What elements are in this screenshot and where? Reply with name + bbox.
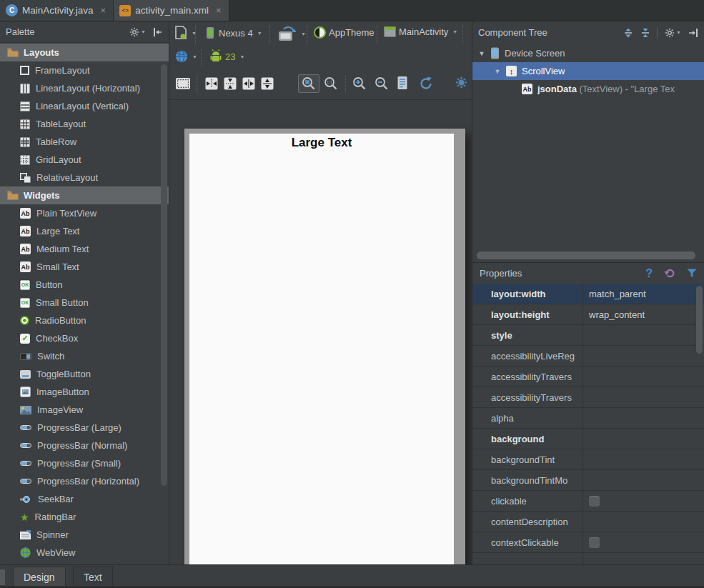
expand-arrow-icon[interactable]: ▼ (494, 68, 501, 75)
palette-item-gridlayout[interactable]: GridLayout (0, 151, 169, 169)
property-value[interactable] (583, 367, 704, 387)
dock-left-icon[interactable] (153, 27, 163, 37)
device-selector[interactable]: Nexus 4 ▼ (204, 26, 262, 39)
property-value[interactable] (583, 532, 704, 552)
close-tab-icon[interactable]: × (101, 5, 106, 16)
editor-tab-MainActivity-java[interactable]: CMainActivity.java× (0, 0, 114, 21)
zoom-actual-size-button[interactable]: 1:1 (324, 76, 338, 91)
palette-item-ratingbar[interactable]: ★RatingBar (0, 508, 169, 526)
tree-node-scrollview[interactable]: ▼↕ScrollView (472, 62, 704, 80)
property-row-empty[interactable] (472, 553, 704, 564)
palette-item-spinner[interactable]: Spinner (0, 526, 169, 544)
palette-item-checkbox[interactable]: ✓CheckBox (0, 329, 169, 347)
palette-item-small-text[interactable]: AbSmall Text (0, 258, 169, 276)
textview-large-text[interactable]: Large Text (189, 136, 454, 150)
property-value[interactable] (583, 346, 704, 366)
property-row-backgroundTintMo[interactable]: backgroundTintMo (472, 470, 704, 491)
palette-item-radiobutton[interactable]: RadioButton (0, 312, 169, 329)
show-device-frame-button[interactable] (175, 77, 191, 90)
palette-item-plain-textview[interactable]: AbPlain TextView (0, 204, 169, 222)
expand-arrow-icon[interactable]: ▼ (478, 50, 485, 57)
property-row-clickable[interactable]: clickable (472, 491, 704, 512)
property-row-accessibilityTravers[interactable]: accessibilityTravers (472, 367, 704, 387)
device-screen[interactable]: Large Text (189, 134, 454, 564)
palette-item-progressbar-large-[interactable]: ProgressBar (Large) (0, 419, 169, 437)
zoom-in-button[interactable] (352, 76, 367, 91)
palette-section-layouts[interactable]: Layouts (0, 44, 169, 61)
component-tree-hscrollbar[interactable] (477, 251, 695, 259)
expand-all-icon[interactable] (623, 28, 633, 38)
palette-item-progressbar-small-[interactable]: ProgressBar (Small) (0, 454, 169, 472)
palette-item-tablelayout[interactable]: TableLayout (0, 115, 169, 133)
property-row-contextClickable[interactable]: contextClickable (472, 532, 704, 553)
property-value[interactable] (583, 325, 704, 345)
property-value[interactable] (583, 553, 704, 564)
palette-item-imageview[interactable]: ImageView (0, 401, 169, 419)
palette-item-webview[interactable]: WebView (0, 544, 169, 562)
editor-tab-activity_main-xml[interactable]: <>activity_main.xml× (114, 0, 229, 21)
orientation-button[interactable]: ▼ (278, 26, 306, 41)
property-value[interactable]: match_parent (583, 284, 704, 304)
properties-scrollbar[interactable] (696, 286, 703, 354)
refresh-icon[interactable] (418, 76, 434, 91)
property-row-alpha[interactable]: alpha (472, 408, 704, 429)
locale-selector[interactable]: ▼ (175, 50, 197, 63)
property-value[interactable] (583, 449, 704, 469)
palette-item-linearlayout-vertical-[interactable]: LinearLayout (Vertical) (0, 97, 169, 115)
property-value[interactable] (583, 470, 704, 490)
property-row-layout-width[interactable]: layout:widthmatch_parent (472, 284, 704, 304)
tree-node-jsondata[interactable]: AbjsonData (TextView) - "Large Tex (472, 80, 704, 98)
activity-selector[interactable]: MainActivity ▼ (384, 26, 457, 37)
property-value[interactable] (583, 512, 704, 532)
palette-item-imagebutton[interactable]: ImageButton (0, 383, 169, 401)
palette-item-togglebutton[interactable]: ToggleButton (0, 365, 169, 383)
property-row-layout-height[interactable]: layout:heightwrap_content (472, 304, 704, 325)
checkbox[interactable] (589, 537, 600, 548)
tree-gear-icon[interactable]: ▼ (665, 28, 681, 38)
palette-item-button[interactable]: OKButton (0, 276, 169, 294)
property-row-background[interactable]: background (472, 429, 704, 449)
property-row-accessibilityTravers[interactable]: accessibilityTravers (472, 387, 704, 408)
palette-item-large-text[interactable]: AbLarge Text (0, 222, 169, 240)
palette-item-small-button[interactable]: OKSmall Button (0, 294, 169, 312)
tree-node-device-screen[interactable]: ▼Device Screen (472, 44, 704, 62)
property-value[interactable] (583, 408, 704, 428)
new-layout-button[interactable]: ▼ (175, 26, 197, 40)
palette-item-progressbar-normal-[interactable]: ProgressBar (Normal) (0, 437, 169, 454)
palette-item-seekbar[interactable]: SeekBar (0, 490, 169, 508)
bottom-tab-text[interactable]: Text (73, 567, 113, 587)
property-row-style[interactable]: style (472, 325, 704, 346)
palette-item-framelayout[interactable]: FrameLayout (0, 61, 169, 79)
collapse-all-icon[interactable] (640, 28, 650, 38)
property-value[interactable] (583, 387, 704, 407)
property-value[interactable] (583, 429, 704, 449)
property-row-backgroundTint[interactable]: backgroundTint (472, 449, 704, 470)
palette-item-progressbar-horizontal-[interactable]: ProgressBar (Horizontal) (0, 472, 169, 490)
design-canvas[interactable]: Large Text (169, 101, 472, 564)
pack-horizontal-button[interactable] (205, 77, 218, 90)
checkbox[interactable] (589, 496, 600, 507)
bottom-tab-design[interactable]: Design (13, 567, 66, 587)
api-version-selector[interactable]: 23 ▼ (209, 49, 244, 64)
expand-horizontal-button[interactable] (242, 77, 255, 90)
filter-icon[interactable] (687, 269, 697, 278)
palette-section-widgets[interactable]: Widgets (0, 186, 169, 204)
property-row-accessibilityLiveReg[interactable]: accessibilityLiveReg (472, 346, 704, 367)
help-icon[interactable]: ? (645, 267, 653, 280)
palette-scrollbar[interactable] (161, 64, 167, 486)
palette-item-tablerow[interactable]: TableRow (0, 133, 169, 151)
close-tab-icon[interactable]: × (216, 5, 222, 16)
gear-icon[interactable]: ▼ (129, 27, 146, 37)
zoom-out-button[interactable] (375, 76, 389, 91)
preview-xml-button[interactable] (397, 76, 408, 90)
property-value[interactable]: wrap_content (583, 304, 704, 324)
theme-selector[interactable]: AppTheme (314, 26, 375, 39)
pack-vertical-button[interactable] (224, 77, 237, 90)
palette-item-medium-text[interactable]: AbMedium Text (0, 240, 169, 258)
palette-item-relativelayout[interactable]: RelativeLayout (0, 169, 169, 186)
dock-right-icon[interactable] (688, 28, 698, 38)
expand-vertical-button[interactable] (261, 77, 274, 90)
restore-defaults-icon[interactable] (664, 268, 675, 279)
property-value[interactable] (583, 491, 704, 511)
palette-item-linearlayout-horizontal-[interactable]: LinearLayout (Horizontal) (0, 79, 169, 97)
